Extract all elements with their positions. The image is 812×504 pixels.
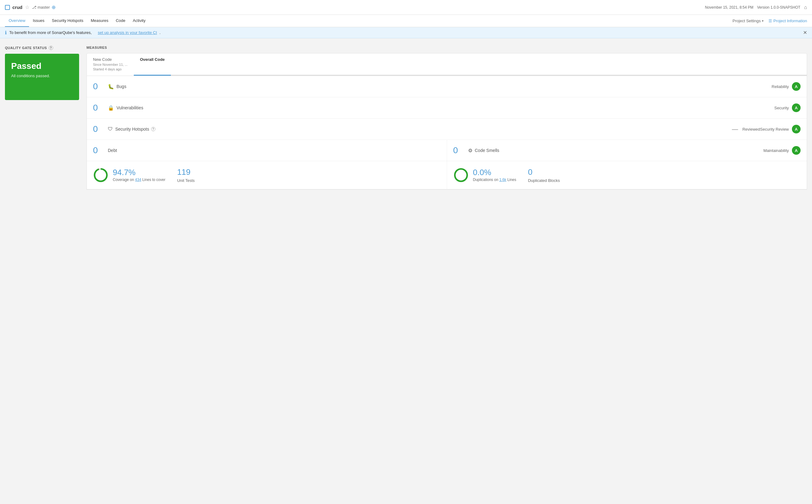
project-settings-label: Project Settings — [733, 19, 761, 23]
tab-new-code-label: New Code — [93, 57, 128, 62]
list-icon: ☰ — [768, 19, 772, 23]
info-icon: ℹ — [5, 30, 7, 36]
coverage-sub: Coverage on 434 Lines to cover — [113, 178, 165, 182]
nav-item-activity[interactable]: Activity — [129, 15, 149, 27]
main-content: QUALITY GATE STATUS ? Passed All conditi… — [0, 38, 812, 197]
maintainability-right: Maintainability A — [764, 146, 801, 155]
vuln-label: Vulnerabilities — [116, 105, 774, 110]
shield-icon: 🛡 — [108, 126, 113, 132]
code-smells-count[interactable]: 0 — [453, 145, 466, 155]
security-review-label: Security Review — [760, 127, 789, 132]
tab-new-code[interactable]: New Code Since November 11, ... Started … — [87, 53, 134, 76]
project-information-label: Project Information — [773, 19, 807, 23]
security-label: Security — [774, 106, 789, 110]
project-name[interactable]: crud — [12, 5, 23, 10]
measure-row-vulnerabilities: 0 🔒 Vulnerabilities Security A — [87, 97, 807, 119]
quality-gate-section-label: QUALITY GATE STATUS ? — [5, 46, 79, 50]
reviewed-dash: — — [732, 126, 738, 133]
bug-icon: 🐛 — [108, 84, 114, 90]
debt-label: Debt — [108, 148, 441, 153]
banner-link-suffix: . — [159, 30, 161, 35]
star-icon[interactable]: ☆ — [25, 4, 29, 10]
duplicated-blocks-info: 0 Duplicated Blocks — [528, 167, 560, 183]
bugs-right: Reliability A — [772, 82, 801, 91]
debt-cell: 0 Debt — [87, 140, 447, 161]
security-hotspot-right: Security Review A — [760, 125, 801, 133]
measure-row-bugs: 0 🐛 Bugs Reliability A — [87, 76, 807, 97]
version: Version 1.0.0-SNAPSHOT — [757, 5, 800, 10]
tab-overall-code[interactable]: Overall Code — [134, 53, 171, 76]
code-smells-cell: 0 ⚙ Code Smells Maintainability A — [447, 140, 807, 161]
tab-new-code-sub2: Started 4 days ago — [93, 67, 128, 71]
vuln-count[interactable]: 0 — [93, 103, 105, 113]
top-bar-right: November 15, 2021, 8:54 PM Version 1.0.0… — [705, 5, 807, 10]
security-review-grade: A — [792, 125, 801, 133]
close-banner-button[interactable]: ✕ — [803, 30, 807, 36]
tab-new-code-sub1: Since November 11, ... — [93, 63, 128, 66]
duplications-lines-link[interactable]: 1.6k — [499, 178, 507, 182]
coverage-pct[interactable]: 94.7% — [113, 168, 165, 176]
quality-gate-help-icon[interactable]: ? — [49, 46, 53, 50]
nav-item-security-hotspots[interactable]: Security Hotspots — [48, 15, 87, 27]
hotspot-label: Security Hotspots ? — [115, 127, 730, 132]
dropdown-arrow-icon: ▾ — [762, 19, 764, 23]
project-information-menu[interactable]: ☰ Project Information — [768, 19, 807, 23]
vuln-right: Security A — [774, 103, 801, 112]
hotspot-count[interactable]: 0 — [93, 124, 105, 134]
unit-tests-info: 119 Unit Tests — [177, 167, 195, 183]
duplications-pct[interactable]: 0.0% — [473, 168, 516, 176]
top-bar-left: crud ☆ ⎇ master ⊕ — [5, 4, 56, 10]
coverage-info: 94.7% Coverage on 434 Lines to cover — [113, 168, 165, 182]
project-settings-menu[interactable]: Project Settings ▾ — [733, 19, 764, 23]
svg-rect-0 — [6, 6, 9, 9]
lock-icon: 🔒 — [108, 105, 114, 111]
right-panel: MEASURES New Code Since November 11, ...… — [86, 46, 807, 190]
info-banner: ℹ To benefit from more of SonarQube's fe… — [0, 27, 812, 38]
nav-item-measures[interactable]: Measures — [87, 15, 112, 27]
bugs-label: Bugs — [116, 84, 772, 89]
security-grade: A — [792, 103, 801, 112]
coverage-row: 94.7% Coverage on 434 Lines to cover 119… — [87, 161, 807, 189]
bugs-count[interactable]: 0 — [93, 82, 105, 91]
debt-count[interactable]: 0 — [93, 145, 105, 155]
coverage-lines-link[interactable]: 434 — [135, 178, 141, 182]
timestamp: November 15, 2021, 8:54 PM — [705, 5, 754, 10]
quality-gate-box: Passed All conditions passed. — [5, 54, 79, 100]
tab-gap — [171, 53, 807, 76]
reliability-label: Reliability — [772, 84, 789, 89]
maintainability-grade: A — [792, 146, 801, 155]
nav-item-overview[interactable]: Overview — [5, 15, 29, 27]
hotspot-help-icon[interactable]: ? — [151, 127, 155, 131]
banner-link[interactable]: set up analysis in your favorite CI — [98, 30, 157, 35]
measures-body: 0 🐛 Bugs Reliability A 0 🔒 Vulnerabiliti… — [86, 76, 807, 190]
code-smells-label: Code Smells — [475, 148, 499, 153]
project-icon — [5, 5, 10, 10]
coverage-cell: 94.7% Coverage on 434 Lines to cover 119… — [87, 161, 447, 189]
unit-tests-count[interactable]: 119 — [177, 167, 195, 177]
duplications-sub: Duplications on 1.6k Lines — [473, 178, 516, 182]
duplications-info: 0.0% Duplications on 1.6k Lines — [473, 168, 516, 182]
maintainability-label: Maintainability — [764, 148, 789, 153]
branch-info: ⎇ master ⊕ — [32, 4, 56, 10]
nav-right: Project Settings ▾ ☰ Project Information — [733, 15, 807, 27]
duplicated-blocks-count[interactable]: 0 — [528, 167, 560, 177]
quality-gate-status: Passed — [11, 61, 73, 71]
banner-text: To benefit from more of SonarQube's feat… — [9, 30, 92, 35]
tabs-container: New Code Since November 11, ... Started … — [86, 53, 807, 76]
reliability-grade: A — [792, 82, 801, 91]
measure-row-security-hotspots: 0 🛡 Security Hotspots ? — Reviewed Secur… — [87, 119, 807, 140]
unit-tests-label: Unit Tests — [177, 178, 195, 183]
left-panel: QUALITY GATE STATUS ? Passed All conditi… — [5, 46, 79, 190]
coverage-donut — [93, 167, 108, 183]
svg-point-2 — [95, 169, 107, 181]
quality-gate-subtitle: All conditions passed. — [11, 73, 73, 78]
nav-item-code[interactable]: Code — [112, 15, 129, 27]
reviewed-label: Reviewed — [743, 127, 760, 132]
duplications-donut — [453, 167, 469, 183]
branch-dot: ⊕ — [52, 4, 56, 10]
nav-item-issues[interactable]: Issues — [29, 15, 48, 27]
top-bar: crud ☆ ⎇ master ⊕ November 15, 2021, 8:5… — [0, 0, 812, 15]
measure-row-dual: 0 Debt 0 ⚙ Code Smells Maintainability A — [87, 140, 807, 161]
measures-label: MEASURES — [86, 46, 807, 49]
home-icon[interactable]: ⌂ — [804, 5, 807, 10]
